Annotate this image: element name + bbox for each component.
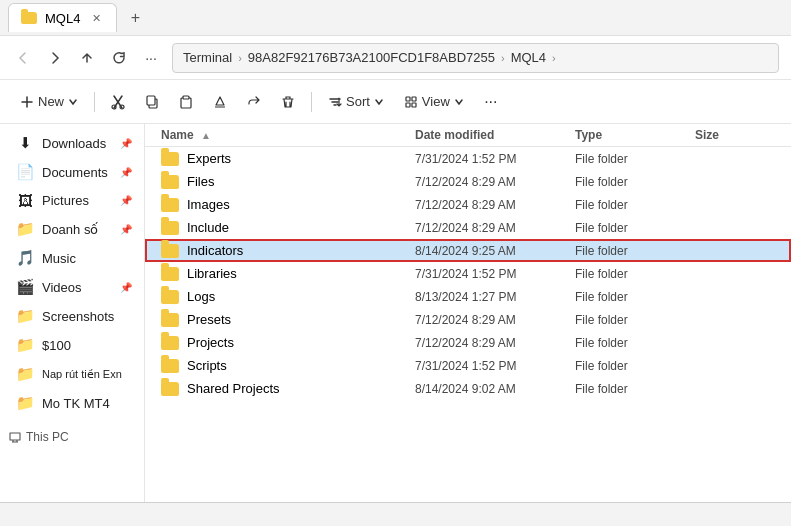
file-date-cell: 7/12/2024 8:29 AM xyxy=(415,198,575,212)
sidebar-item-s100[interactable]: 📁 $100 xyxy=(4,331,140,359)
toolbar-more-button[interactable]: ··· xyxy=(476,87,506,117)
file-name-text: Libraries xyxy=(187,266,237,281)
toolbar: New Sort View ··· xyxy=(0,80,791,124)
view-button[interactable]: View xyxy=(396,87,472,117)
file-type-cell: File folder xyxy=(575,267,695,281)
rename-button[interactable] xyxy=(205,87,235,117)
file-pane: Name ▲ Date modified Type Size Experts 7… xyxy=(145,124,791,526)
tab-close-button[interactable]: ✕ xyxy=(88,10,104,26)
folder-icon xyxy=(161,175,179,189)
pin-icon: 📌 xyxy=(120,138,132,149)
tab-folder-icon xyxy=(21,12,37,24)
header-name[interactable]: Name ▲ xyxy=(161,128,415,142)
file-name-text: Files xyxy=(187,174,214,189)
sidebar-item-nap-rut[interactable]: 📁 Nap rút tiền Exn xyxy=(4,360,140,388)
sidebar-item-documents[interactable]: 📄 Documents 📌 xyxy=(4,158,140,186)
sidebar-item-downloads[interactable]: ⬇ Downloads 📌 xyxy=(4,129,140,157)
toolbar-divider-1 xyxy=(94,92,95,112)
table-row[interactable]: Projects 7/12/2024 8:29 AM File folder xyxy=(145,331,791,354)
folder-icon xyxy=(161,198,179,212)
sidebar-item-screenshots[interactable]: 📁 Screenshots xyxy=(4,302,140,330)
table-row[interactable]: Files 7/12/2024 8:29 AM File folder xyxy=(145,170,791,193)
table-row[interactable]: Libraries 7/31/2024 1:52 PM File folder xyxy=(145,262,791,285)
table-row[interactable]: Scripts 7/31/2024 1:52 PM File folder xyxy=(145,354,791,377)
file-name-text: Include xyxy=(187,220,229,235)
folder-icon xyxy=(161,290,179,304)
file-name-text: Presets xyxy=(187,312,231,327)
svg-rect-8 xyxy=(406,103,410,107)
tab-mql4[interactable]: MQL4 ✕ xyxy=(8,3,117,32)
header-size[interactable]: Size xyxy=(695,128,775,142)
view-label: View xyxy=(422,94,450,109)
file-date-cell: 7/12/2024 8:29 AM xyxy=(415,221,575,235)
header-type[interactable]: Type xyxy=(575,128,695,142)
table-row[interactable]: Presets 7/12/2024 8:29 AM File folder xyxy=(145,308,791,331)
breadcrumb-sep-2: › xyxy=(501,52,505,64)
mo-tk-icon: 📁 xyxy=(16,394,34,412)
share-button[interactable] xyxy=(239,87,269,117)
sidebar-item-music[interactable]: 🎵 Music xyxy=(4,244,140,272)
back-button[interactable] xyxy=(8,43,38,73)
svg-rect-6 xyxy=(406,97,410,101)
pin-icon: 📌 xyxy=(120,224,132,235)
svg-rect-9 xyxy=(412,103,416,107)
file-type-cell: File folder xyxy=(575,152,695,166)
file-date-cell: 8/14/2024 9:25 AM xyxy=(415,244,575,258)
up-button[interactable] xyxy=(72,43,102,73)
sidebar-item-videos[interactable]: 🎬 Videos 📌 xyxy=(4,273,140,301)
file-type-cell: File folder xyxy=(575,336,695,350)
pin-icon: 📌 xyxy=(120,167,132,178)
file-rows-container: Experts 7/31/2024 1:52 PM File folder Fi… xyxy=(145,147,791,400)
file-type-cell: File folder xyxy=(575,175,695,189)
new-button[interactable]: New xyxy=(12,87,86,117)
title-bar: MQL4 ✕ + xyxy=(0,0,791,36)
sidebar-item-doanh-so[interactable]: 📁 Doanh số 📌 xyxy=(4,215,140,243)
delete-button[interactable] xyxy=(273,87,303,117)
sort-arrow: ▲ xyxy=(201,130,211,141)
header-date[interactable]: Date modified xyxy=(415,128,575,142)
table-row[interactable]: Shared Projects 8/14/2024 9:02 AM File f… xyxy=(145,377,791,400)
more-nav-button[interactable]: ··· xyxy=(136,43,166,73)
table-row[interactable]: Logs 8/13/2024 1:27 PM File folder xyxy=(145,285,791,308)
new-tab-button[interactable]: + xyxy=(121,4,149,32)
downloads-icon: ⬇ xyxy=(16,134,34,152)
table-row[interactable]: Include 7/12/2024 8:29 AM File folder xyxy=(145,216,791,239)
table-row[interactable]: Images 7/12/2024 8:29 AM File folder xyxy=(145,193,791,216)
status-bar xyxy=(0,502,791,526)
folder-icon xyxy=(161,313,179,327)
file-type-cell: File folder xyxy=(575,221,695,235)
folder-icon xyxy=(161,221,179,235)
paste-button[interactable] xyxy=(171,87,201,117)
breadcrumb-hash: 98A82F92176B73A2100FCD1F8ABD7255 xyxy=(248,50,495,65)
forward-button[interactable] xyxy=(40,43,70,73)
pictures-icon: 🖼 xyxy=(16,192,34,209)
file-name-cell: Experts xyxy=(161,151,415,166)
sort-button[interactable]: Sort xyxy=(320,87,392,117)
file-name-text: Scripts xyxy=(187,358,227,373)
main-layout: ⬇ Downloads 📌 📄 Documents 📌 🖼 Pictures 📌… xyxy=(0,124,791,526)
refresh-button[interactable] xyxy=(104,43,134,73)
sidebar-item-label: Pictures xyxy=(42,193,89,208)
breadcrumb-sep-3: › xyxy=(552,52,556,64)
table-row[interactable]: Experts 7/31/2024 1:52 PM File folder xyxy=(145,147,791,170)
file-name-cell: Presets xyxy=(161,312,415,327)
sidebar-item-label: Documents xyxy=(42,165,108,180)
file-name-text: Experts xyxy=(187,151,231,166)
copy-button[interactable] xyxy=(137,87,167,117)
file-name-cell: Shared Projects xyxy=(161,381,415,396)
address-bar[interactable]: Terminal › 98A82F92176B73A2100FCD1F8ABD7… xyxy=(172,43,779,73)
folder-icon xyxy=(161,382,179,396)
sidebar-item-mo-tk[interactable]: 📁 Mo TK MT4 xyxy=(4,389,140,417)
table-row[interactable]: Indicators 8/14/2024 9:25 AM File folder xyxy=(145,239,791,262)
sidebar-item-pictures[interactable]: 🖼 Pictures 📌 xyxy=(4,187,140,214)
breadcrumb-mql4: MQL4 xyxy=(511,50,546,65)
file-name-cell: Logs xyxy=(161,289,415,304)
cut-button[interactable] xyxy=(103,87,133,117)
file-date-cell: 7/12/2024 8:29 AM xyxy=(415,313,575,327)
svg-rect-5 xyxy=(183,96,189,99)
this-pc-section: This PC xyxy=(0,426,144,448)
sidebar-item-label: $100 xyxy=(42,338,71,353)
file-type-cell: File folder xyxy=(575,198,695,212)
file-type-cell: File folder xyxy=(575,359,695,373)
file-date-cell: 7/12/2024 8:29 AM xyxy=(415,175,575,189)
